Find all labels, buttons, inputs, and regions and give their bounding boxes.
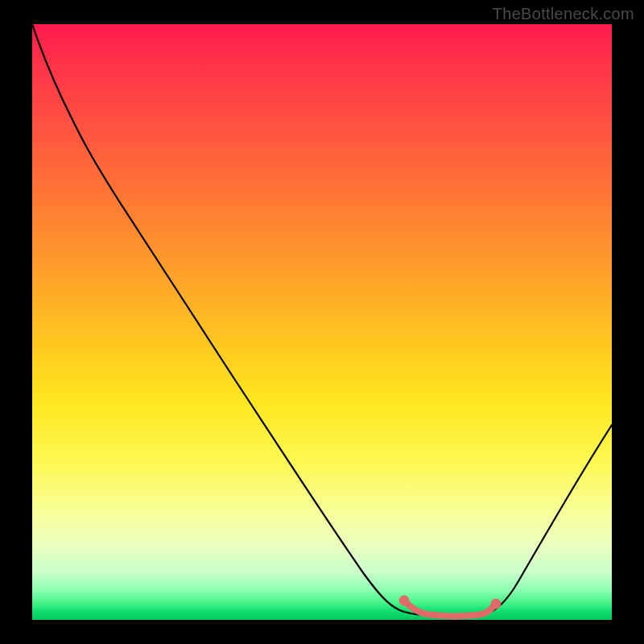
curve-layer <box>32 24 612 620</box>
min-end-marker <box>491 599 502 609</box>
flat-minimum-marker <box>404 601 496 616</box>
plot-area <box>32 24 612 620</box>
bottleneck-curve <box>32 24 612 616</box>
chart-frame: TheBottleneck.com <box>0 0 644 644</box>
watermark-text: TheBottleneck.com <box>493 5 634 23</box>
min-start-marker <box>399 596 410 606</box>
